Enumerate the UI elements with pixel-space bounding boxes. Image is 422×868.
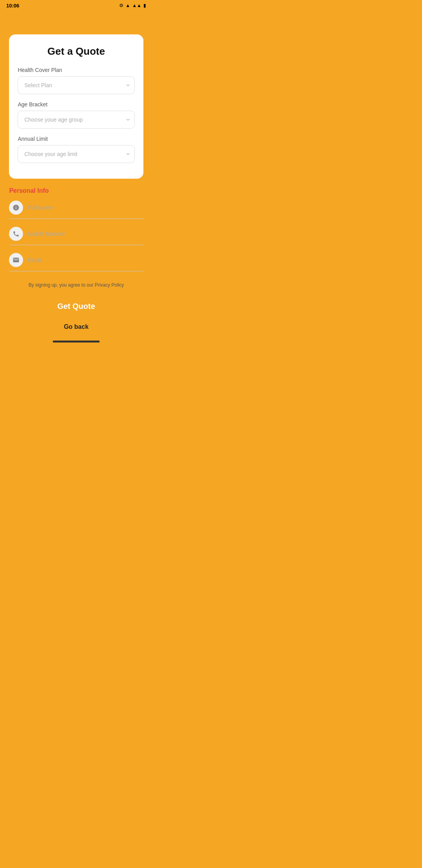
email-input[interactable] (28, 257, 143, 263)
mobile-number-input[interactable] (28, 231, 143, 237)
annual-limit-group: Annual Limit Choose your age limit (18, 136, 134, 163)
mobile-number-row (9, 227, 143, 245)
annual-limit-select[interactable]: Choose your age limit (18, 145, 134, 163)
signal-icon: ▲▲ (132, 3, 141, 8)
health-cover-plan-wrapper: Select Plan (18, 76, 134, 94)
battery-icon: ▮ (143, 3, 146, 8)
status-icons: ⚙ ▲ ▲▲ ▮ (119, 3, 146, 8)
quote-form-card: Get a Quote Health Cover Plan Select Pla… (9, 34, 143, 179)
status-time: 10:06 (6, 3, 19, 9)
annual-limit-wrapper: Choose your age limit (18, 145, 134, 163)
health-cover-plan-label: Health Cover Plan (18, 67, 134, 73)
age-bracket-wrapper: Choose youe age group (18, 111, 134, 129)
age-bracket-group: Age Bracket Choose youe age group (18, 101, 134, 129)
phone-icon (9, 227, 23, 241)
status-bar: 10:06 ⚙ ▲ ▲▲ ▮ (0, 0, 152, 11)
page-title: Get a Quote (18, 45, 134, 57)
health-cover-plan-select[interactable]: Select Plan (18, 76, 134, 94)
age-bracket-select[interactable]: Choose youe age group (18, 111, 134, 129)
info-icon (9, 201, 23, 215)
go-back-button[interactable]: Go back (64, 323, 88, 330)
annual-limit-label: Annual Limit (18, 136, 134, 142)
email-icon (9, 253, 23, 267)
personal-info-section: Personal Info (9, 187, 143, 279)
age-bracket-label: Age Bracket (18, 101, 134, 108)
email-row (9, 253, 143, 271)
wifi-icon: ▲ (125, 3, 130, 8)
personal-info-title: Personal Info (9, 187, 143, 194)
settings-icon: ⚙ (119, 3, 123, 8)
home-indicator (53, 341, 100, 343)
full-name-row (9, 201, 143, 219)
privacy-text: By signing up, you agree to our Privacy … (9, 282, 143, 288)
get-quote-button[interactable]: Get Quote (9, 294, 143, 319)
full-name-input[interactable] (28, 204, 143, 211)
health-cover-plan-group: Health Cover Plan Select Plan (18, 67, 134, 94)
